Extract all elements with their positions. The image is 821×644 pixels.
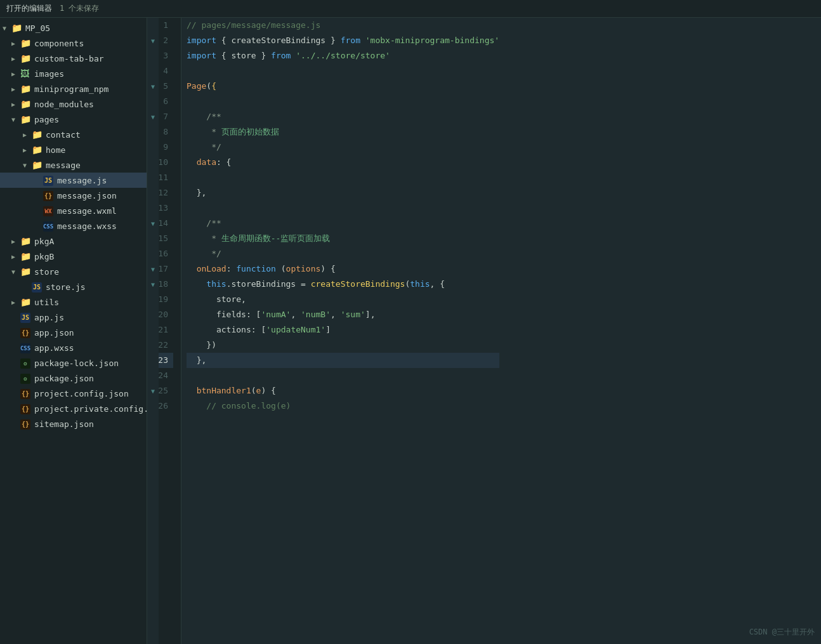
line-num-13: 13	[159, 200, 173, 216]
store-icon: 📁	[20, 266, 32, 277]
code-line-18: this .storeBindings = createStoreBinding…	[187, 277, 499, 292]
sidebar-item-message-wxss[interactable]: ▶ CSS message.wxss	[0, 218, 147, 233]
sidebar-item-app-json[interactable]: ▶ {} app.json	[0, 325, 147, 340]
home-label: home	[46, 145, 65, 155]
sidebar-item-project-private-config[interactable]: ▶ {} project.private.config.js...	[0, 401, 147, 416]
sitemap-label: sitemap.json	[34, 419, 94, 429]
sidebar-item-custom-tab-bar[interactable]: ▶ 📁 custom-tab-bar	[0, 51, 147, 66]
code-line-6	[187, 94, 499, 109]
pkgA-label: pkgA	[34, 237, 54, 246]
sidebar-item-node-modules[interactable]: ▶ 📁 node_modules	[0, 96, 147, 112]
sidebar-item-components[interactable]: ▶ 📁 components	[0, 36, 147, 51]
fold-cell-5[interactable]: ▼	[147, 79, 159, 94]
code-line-15: * 生命周期函数--监听页面加载	[187, 231, 499, 246]
sidebar[interactable]: ▼ 📁 MP_05 ▶ 📁 components ▶ 📁 custom-tab-…	[0, 18, 147, 644]
sidebar-item-sitemap[interactable]: ▶ {} sitemap.json	[0, 416, 147, 431]
sidebar-item-pkgB[interactable]: ▶ 📁 pkgB	[0, 249, 147, 264]
fold-cell-25[interactable]: ▼	[147, 383, 159, 398]
message-json-icon: {}	[43, 190, 55, 201]
code-line-16: */	[187, 246, 499, 261]
sidebar-item-images[interactable]: ▶ 🖼 images	[0, 66, 147, 81]
miniprogram-npm-icon: 📁	[20, 84, 32, 94]
sidebar-item-app-js[interactable]: ▶ JS app.js	[0, 310, 147, 325]
sidebar-root[interactable]: ▼ 📁 MP_05	[0, 20, 147, 36]
line-num-16: 16	[159, 246, 173, 261]
fold-cell-10	[147, 155, 159, 170]
app-json-icon: {}	[20, 327, 32, 338]
fold-arrow-18[interactable]: ▼	[148, 281, 157, 288]
components-label: components	[34, 39, 84, 48]
code-line-1: // pages/message/message.js	[187, 18, 499, 33]
code-line-2: import { createStoreBindings } from 'mob…	[187, 33, 499, 48]
sidebar-item-store[interactable]: ▼ 📁 store	[0, 264, 147, 279]
sidebar-item-app-wxss[interactable]: ▶ CSS app.wxss	[0, 340, 147, 355]
fold-cell-17[interactable]: ▼	[147, 261, 159, 277]
code-line-24	[187, 368, 499, 383]
editor-section-label: 打开的编辑器	[6, 3, 52, 14]
line-num-20: 20	[159, 307, 173, 322]
sidebar-item-contact[interactable]: ▶ 📁 contact	[0, 127, 147, 142]
message-js-label: message.js	[57, 176, 107, 185]
code-line-26: // console.log(e)	[187, 398, 499, 414]
fold-cell-16	[147, 246, 159, 261]
line-num-10: 10	[159, 155, 173, 170]
fold-arrow-2[interactable]: ▼	[148, 37, 157, 44]
code-line-13	[187, 200, 499, 216]
sidebar-item-message-wxml[interactable]: ▶ WX message.wxml	[0, 203, 147, 218]
fold-arrow-7[interactable]: ▼	[148, 114, 157, 121]
main-layout: ▼ 📁 MP_05 ▶ 📁 components ▶ 📁 custom-tab-…	[0, 18, 821, 644]
fold-arrow-5[interactable]: ▼	[148, 83, 157, 90]
sidebar-item-message[interactable]: ▼ 📁 message	[0, 157, 147, 173]
code-line-21: actions : [ 'updateNum1' ]	[187, 322, 499, 338]
pages-arrow: ▼	[11, 116, 20, 123]
root-label: MP_05	[25, 23, 50, 33]
sidebar-item-project-config[interactable]: ▶ {} project.config.json	[0, 386, 147, 401]
sidebar-item-message-js[interactable]: ▶ JS message.js	[0, 173, 147, 188]
store-label: store	[34, 267, 59, 277]
project-private-icon: {}	[20, 403, 32, 414]
fold-cell-22	[147, 338, 159, 353]
contact-arrow: ▶	[23, 131, 32, 138]
node-modules-arrow: ▶	[11, 101, 20, 108]
line-num-4: 4	[159, 63, 173, 79]
fold-cell-18[interactable]: ▼	[147, 277, 159, 292]
pkgB-icon: 📁	[20, 251, 32, 261]
fold-cell-2[interactable]: ▼	[147, 33, 159, 48]
sidebar-item-package-json[interactable]: ▶ ⚙ package.json	[0, 371, 147, 386]
fold-cell-7[interactable]: ▼	[147, 109, 159, 124]
line-num-26: 26	[159, 398, 173, 414]
fold-arrow-14[interactable]: ▼	[148, 220, 157, 227]
fold-cell-14[interactable]: ▼	[147, 216, 159, 231]
line-num-14: 14	[159, 216, 173, 231]
sidebar-item-miniprogram-npm[interactable]: ▶ 📁 miniprogram_npm	[0, 81, 147, 96]
fold-arrow-17[interactable]: ▼	[148, 266, 157, 273]
code-lines[interactable]: // pages/message/message.js import { cre…	[181, 18, 499, 644]
fold-cell-1	[147, 18, 159, 33]
pages-label: pages	[34, 115, 59, 124]
sidebar-item-store-js[interactable]: ▶ JS store.js	[0, 279, 147, 294]
fold-cell-11	[147, 170, 159, 185]
sidebar-item-package-lock[interactable]: ▶ ⚙ package-lock.json	[0, 355, 147, 371]
sidebar-item-pkgA[interactable]: ▶ 📁 pkgA	[0, 233, 147, 249]
line-num-18: 18	[159, 277, 173, 292]
code-line-14: /**	[187, 216, 499, 231]
code-line-5: Page ( {	[187, 79, 499, 94]
app-js-icon: JS	[20, 312, 32, 323]
editor-area[interactable]: ▼ ▼ ▼ ▼ ▼ ▼	[147, 18, 821, 644]
fold-arrow-25[interactable]: ▼	[148, 388, 157, 395]
package-json-icon: ⚙	[20, 372, 32, 384]
message-wxml-label: message.wxml	[57, 206, 117, 216]
home-arrow: ▶	[23, 147, 32, 154]
sidebar-item-home[interactable]: ▶ 📁 home	[0, 142, 147, 157]
code-line-7: /**	[187, 109, 499, 124]
package-json-label: package.json	[34, 374, 94, 383]
store-js-label: store.js	[46, 282, 86, 292]
line-num-12: 12	[159, 185, 173, 200]
line-num-23: 23	[159, 353, 173, 368]
sidebar-item-message-json[interactable]: ▶ {} message.json	[0, 188, 147, 203]
utils-label: utils	[34, 298, 59, 307]
sidebar-item-pages[interactable]: ▼ 📁 pages	[0, 112, 147, 127]
package-lock-label: package-lock.json	[34, 358, 119, 368]
fold-cell-21	[147, 322, 159, 338]
sidebar-item-utils[interactable]: ▶ 📁 utils	[0, 294, 147, 310]
